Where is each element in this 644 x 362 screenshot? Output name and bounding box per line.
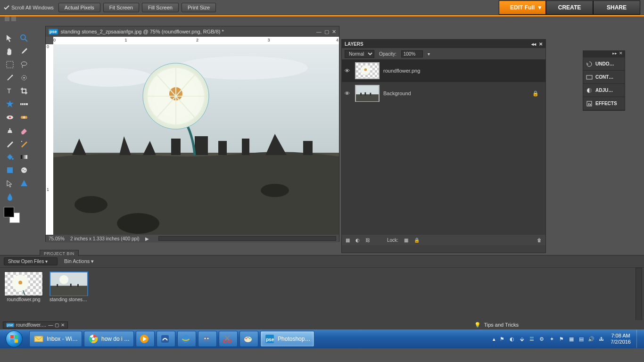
- tray-clock[interactable]: 7:08 AM 7/2/2016: [608, 333, 634, 345]
- tray-icon[interactable]: ⚑: [558, 335, 565, 343]
- lock-transparency-icon[interactable]: ▦: [404, 238, 408, 243]
- network-icon[interactable]: 🖧: [597, 335, 605, 343]
- eraser-tool[interactable]: [18, 125, 30, 136]
- collapse-icon[interactable]: ◂◂: [531, 41, 536, 47]
- adjustments-tab[interactable]: ADJU…: [583, 84, 625, 97]
- taskbar-item-app2[interactable]: [198, 331, 217, 347]
- taskbar-item-app[interactable]: [157, 331, 175, 347]
- custom-shape-tool[interactable]: [18, 178, 30, 189]
- taskbar-item-media-player[interactable]: [136, 331, 155, 347]
- tray-icon[interactable]: ☰: [528, 335, 536, 343]
- maximize-icon[interactable]: ▢: [55, 322, 59, 328]
- tray-icon[interactable]: ⚑: [498, 335, 506, 343]
- gradient-tool[interactable]: [18, 151, 30, 163]
- bin-item[interactable]: roundflower.png: [4, 272, 43, 302]
- move-tool[interactable]: [4, 33, 16, 44]
- fill-screen-button[interactable]: Fill Screen: [142, 3, 179, 12]
- close-icon[interactable]: ✕: [332, 29, 336, 35]
- marquee-tool[interactable]: [4, 59, 16, 70]
- bin-actions-dropdown[interactable]: Bin Actions ▾: [64, 258, 94, 264]
- cookie-cutter-tool[interactable]: [4, 99, 16, 110]
- maximize-icon[interactable]: ▢: [324, 29, 329, 35]
- straighten-tool[interactable]: [18, 99, 30, 110]
- lasso-tool[interactable]: [18, 59, 30, 70]
- ruler-horizontal[interactable]: 0 1 2 3 4: [53, 37, 339, 44]
- path-selection-tool[interactable]: [4, 178, 16, 189]
- layers-panel-header[interactable]: LAYERS ◂◂ ✕: [342, 40, 545, 48]
- opacity-input[interactable]: [401, 50, 423, 58]
- foreground-color-swatch[interactable]: [4, 207, 14, 217]
- trash-icon[interactable]: 🗑: [537, 238, 542, 243]
- show-open-files-dropdown[interactable]: Show Open Files ▾: [4, 257, 58, 265]
- taskbar-item-outlook[interactable]: Inbox - Wi…: [29, 331, 82, 347]
- type-tool[interactable]: T: [4, 85, 16, 97]
- opacity-dropdown-icon[interactable]: ▾: [428, 51, 430, 57]
- zoom-tool[interactable]: [18, 33, 30, 44]
- brush-tool[interactable]: [4, 138, 16, 149]
- adjustment-layer-icon[interactable]: ◐: [355, 238, 360, 243]
- volume-icon[interactable]: 🔊: [587, 335, 595, 343]
- blend-mode-select[interactable]: Normal: [345, 50, 374, 58]
- share-button[interactable]: SHARE: [593, 0, 640, 15]
- healing-brush-tool[interactable]: [18, 112, 30, 123]
- document-titlebar[interactable]: pse standing stones_2_zpsaaianfgx.jpg @ …: [46, 26, 339, 37]
- eyedropper-tool[interactable]: [18, 46, 30, 57]
- minimize-icon[interactable]: —: [316, 29, 322, 35]
- layer-name[interactable]: Background: [383, 90, 411, 96]
- print-size-button[interactable]: Print Size: [182, 3, 216, 12]
- taskbar-item-ie[interactable]: [177, 331, 196, 347]
- hand-tool[interactable]: [4, 46, 16, 57]
- close-icon[interactable]: ✕: [61, 322, 65, 328]
- h-scrollbar[interactable]: [158, 236, 336, 241]
- open-document-tab[interactable]: pse roundflower.… — ▢ ✕: [3, 321, 68, 329]
- project-bin-tab[interactable]: PROJECT BIN: [40, 250, 79, 256]
- tips-and-tricks-link[interactable]: 💡 Tips and Tricks: [474, 322, 519, 328]
- fit-screen-button[interactable]: Fit Screen: [103, 3, 139, 12]
- crop-tool[interactable]: [18, 85, 30, 97]
- ruler-vertical[interactable]: 0 1: [46, 44, 53, 235]
- paint-bucket-tool[interactable]: [4, 151, 16, 163]
- bin-thumbnail[interactable]: [4, 272, 43, 296]
- quick-selection-tool[interactable]: [18, 72, 30, 83]
- panel-close-icon[interactable]: ✕: [619, 51, 623, 58]
- arrange-next-icon[interactable]: [11, 16, 16, 21]
- start-button[interactable]: [0, 329, 28, 348]
- arrange-prev-icon[interactable]: [5, 16, 9, 21]
- info-arrow-icon[interactable]: ▶: [145, 236, 149, 241]
- smart-brush-tool[interactable]: [18, 138, 30, 149]
- layer-row[interactable]: 👁 roundflower.png: [342, 59, 545, 82]
- visibility-eye-icon[interactable]: 👁: [345, 68, 351, 74]
- layer-thumbnail[interactable]: [355, 62, 380, 79]
- bin-thumbnail[interactable]: [50, 272, 88, 296]
- blur-tool[interactable]: [4, 191, 16, 202]
- tray-icon[interactable]: ⚙: [538, 335, 545, 343]
- taskbar-item-chrome[interactable]: how do i …: [84, 331, 134, 347]
- panel-close-icon[interactable]: ✕: [539, 41, 543, 47]
- lock-all-icon[interactable]: 🔒: [414, 238, 420, 243]
- minimize-icon[interactable]: —: [48, 322, 53, 328]
- expand-icon[interactable]: ▸▸: [612, 51, 617, 58]
- canvas[interactable]: [53, 44, 339, 235]
- magic-wand-tool[interactable]: [4, 72, 16, 83]
- effects-tab[interactable]: fxEFFECTS: [583, 97, 625, 110]
- show-desktop-button[interactable]: [636, 330, 641, 348]
- layer-row[interactable]: 👁 Background 🔒: [342, 82, 545, 105]
- zoom-level[interactable]: 75.05%: [49, 236, 65, 241]
- link-layers-icon[interactable]: ⛓: [365, 238, 370, 243]
- clone-stamp-tool[interactable]: [4, 125, 16, 136]
- tray-icon[interactable]: ✦: [548, 335, 555, 343]
- actual-pixels-button[interactable]: Actual Pixels: [58, 3, 100, 12]
- project-bin-scrollbar[interactable]: [636, 268, 642, 321]
- content-tab[interactable]: CONT…: [583, 71, 625, 84]
- tray-icon[interactable]: ◐: [508, 335, 516, 343]
- visibility-eye-icon[interactable]: 👁: [345, 90, 351, 96]
- sponge-tool[interactable]: [18, 165, 30, 176]
- layer-name[interactable]: roundflower.png: [383, 68, 420, 74]
- tray-icon[interactable]: ▦: [568, 335, 575, 343]
- tray-expand-icon[interactable]: ▴: [493, 336, 495, 342]
- layer-thumbnail[interactable]: [355, 85, 380, 102]
- edit-full-button[interactable]: EDIT Full ▼: [499, 0, 546, 15]
- taskbar-item-snipping[interactable]: [219, 331, 238, 347]
- taskbar-item-photoshop[interactable]: pse Photoshop…: [260, 331, 314, 347]
- redeye-tool[interactable]: [4, 112, 16, 123]
